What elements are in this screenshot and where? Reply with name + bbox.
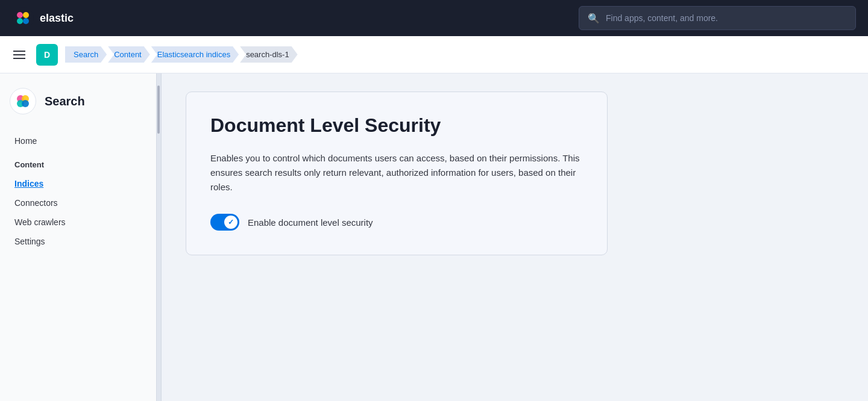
sidebar-item-web-crawlers[interactable]: Web crawlers bbox=[10, 213, 146, 232]
svg-point-4 bbox=[23, 18, 29, 24]
topbar-logo-text: elastic bbox=[40, 12, 74, 25]
breadcrumb-item-search[interactable]: Search bbox=[65, 46, 107, 63]
search-icon: 🔍 bbox=[588, 13, 600, 24]
search-app-icon bbox=[14, 93, 31, 110]
main-layout: Search Home Content Indices Connectors W… bbox=[0, 73, 868, 401]
sidebar-section-content: Content bbox=[10, 151, 146, 174]
breadcrumb-bar: D Search Content Elasticsearch indices s… bbox=[0, 36, 868, 73]
toggle-checkmark: ✓ bbox=[228, 218, 234, 226]
elastic-logo-icon bbox=[12, 7, 34, 29]
elastic-logo: elastic bbox=[12, 7, 74, 29]
breadcrumb-item-indices[interactable]: Elasticsearch indices bbox=[151, 46, 239, 63]
topbar: elastic 🔍 Find apps, content, and more. bbox=[0, 0, 868, 36]
sidebar-item-home[interactable]: Home bbox=[10, 131, 146, 151]
sidebar-logo bbox=[10, 88, 36, 114]
svg-point-0 bbox=[12, 7, 34, 29]
sidebar-item-indices[interactable]: Indices bbox=[10, 174, 146, 193]
sidebar-scrollbar bbox=[157, 73, 162, 401]
sidebar-header: Search bbox=[10, 88, 146, 114]
svg-point-2 bbox=[23, 12, 29, 18]
sidebar: Search Home Content Indices Connectors W… bbox=[0, 73, 157, 401]
breadcrumb: Search Content Elasticsearch indices sea… bbox=[65, 46, 299, 63]
svg-point-3 bbox=[17, 18, 23, 24]
svg-point-8 bbox=[22, 100, 29, 107]
toggle-label: Enable document level security bbox=[248, 217, 373, 228]
dls-card-title: Document Level Security bbox=[210, 114, 583, 137]
main-content: Document Level Security Enables you to c… bbox=[162, 73, 868, 401]
breadcrumb-item-search-dls[interactable]: search-dls-1 bbox=[240, 46, 298, 63]
dls-card-description: Enables you to control which documents u… bbox=[210, 151, 583, 194]
topbar-search-placeholder: Find apps, content, and more. bbox=[606, 13, 718, 23]
svg-point-1 bbox=[17, 12, 23, 18]
breadcrumb-item-content[interactable]: Content bbox=[108, 46, 150, 63]
dls-card: Document Level Security Enables you to c… bbox=[186, 92, 608, 255]
sidebar-item-settings[interactable]: Settings bbox=[10, 232, 146, 251]
enable-dls-toggle[interactable]: ✓ bbox=[210, 214, 239, 231]
hamburger-button[interactable] bbox=[10, 47, 29, 63]
sidebar-item-connectors[interactable]: Connectors bbox=[10, 193, 146, 213]
scrollbar-thumb[interactable] bbox=[157, 85, 160, 134]
toggle-thumb: ✓ bbox=[224, 216, 237, 229]
topbar-search-bar[interactable]: 🔍 Find apps, content, and more. bbox=[579, 6, 856, 30]
toggle-row: ✓ Enable document level security bbox=[210, 214, 583, 231]
sidebar-title: Search bbox=[45, 95, 85, 108]
user-avatar: D bbox=[36, 44, 58, 66]
